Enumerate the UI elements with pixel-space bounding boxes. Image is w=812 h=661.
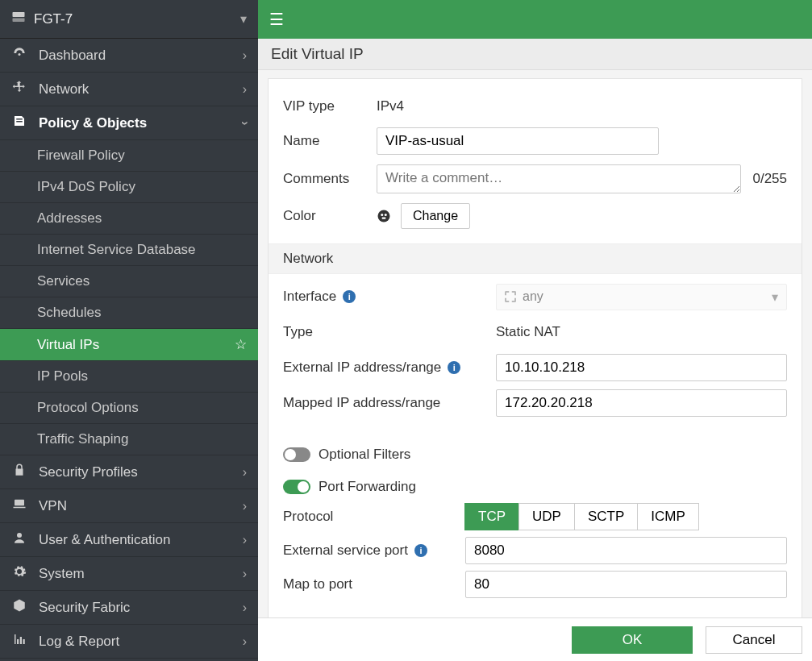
svg-point-2: [19, 53, 21, 56]
protocol-label: Protocol: [283, 509, 465, 525]
nav-schedules[interactable]: Schedules: [0, 297, 258, 329]
change-color-button[interactable]: Change: [401, 203, 470, 229]
map-port-label: Map to port: [283, 576, 465, 592]
optional-filters-section: Optional Filters: [269, 439, 802, 471]
vip-type-value: IPv4: [377, 98, 404, 114]
chevron-right-icon: ›: [243, 567, 247, 581]
content: VIP type IPv4 Name Comments 0/255 Color …: [258, 70, 812, 617]
gear-icon: [11, 564, 27, 583]
external-ip-input[interactable]: [496, 354, 787, 381]
comments-counter: 0/255: [752, 171, 787, 187]
nav-ipv4-dos-policy[interactable]: IPv4 DoS Policy: [0, 172, 258, 203]
user-icon: [11, 530, 27, 549]
chart-icon: [11, 632, 27, 651]
optional-filters-toggle[interactable]: [283, 447, 310, 462]
chevron-right-icon: ›: [243, 465, 247, 480]
svg-point-9: [381, 214, 383, 216]
protocol-group: TCP UDP SCTP ICMP: [465, 503, 699, 530]
nav-log-report[interactable]: Log & Report ›: [0, 625, 258, 659]
external-port-label: External service porti: [283, 543, 465, 559]
nav-system[interactable]: System ›: [0, 557, 258, 591]
nav-protocol-options[interactable]: Protocol Options: [0, 393, 258, 424]
comments-label: Comments: [283, 171, 377, 187]
svg-rect-5: [15, 500, 24, 506]
port-forwarding-section: Port Forwarding: [269, 471, 802, 503]
protocol-sctp[interactable]: SCTP: [574, 503, 638, 530]
device-icon: [11, 10, 26, 28]
protocol-icmp[interactable]: ICMP: [637, 503, 699, 530]
move-icon: [11, 80, 27, 98]
hamburger-icon[interactable]: ☰: [269, 10, 284, 29]
external-ip-label: External IP address/rangei: [283, 360, 496, 376]
type-label: Type: [283, 324, 496, 340]
footer: OK Cancel: [258, 617, 812, 661]
nav-security-profiles[interactable]: Security Profiles ›: [0, 455, 258, 489]
device-selector[interactable]: FGT-7 ▾: [0, 0, 258, 39]
nav-traffic-shaping[interactable]: Traffic Shaping: [0, 424, 258, 455]
info-icon[interactable]: i: [414, 544, 427, 557]
form-panel: VIP type IPv4 Name Comments 0/255 Color …: [268, 78, 802, 617]
nav-dashboard[interactable]: Dashboard ›: [0, 39, 258, 73]
chevron-right-icon: ›: [243, 533, 247, 547]
chevron-right-icon: ›: [243, 48, 247, 63]
nav-user-auth[interactable]: User & Authentication ›: [0, 523, 258, 557]
lock-icon: [11, 463, 27, 481]
network-section-title: Network: [269, 243, 802, 274]
protocol-udp[interactable]: UDP: [518, 503, 575, 530]
info-icon[interactable]: i: [448, 361, 460, 374]
nav-security-fabric[interactable]: Security Fabric ›: [0, 591, 258, 625]
star-icon[interactable]: ☆: [235, 336, 247, 353]
name-label: Name: [283, 133, 377, 149]
nav-isdb[interactable]: Internet Service Database: [0, 235, 258, 266]
topbar: ☰: [258, 0, 812, 39]
nav-ip-pools[interactable]: IP Pools: [0, 361, 258, 393]
nav-services[interactable]: Services: [0, 266, 258, 297]
ok-button[interactable]: OK: [572, 626, 693, 654]
protocol-tcp[interactable]: TCP: [464, 503, 519, 530]
nav-network[interactable]: Network ›: [0, 73, 258, 106]
sidebar: FGT-7 ▾ Dashboard › Network › Policy & O…: [0, 0, 258, 661]
chevron-right-icon: ›: [243, 499, 247, 513]
chevron-down-icon: ›: [237, 121, 252, 125]
color-label: Color: [283, 208, 377, 224]
info-icon[interactable]: i: [343, 290, 356, 303]
name-input[interactable]: [377, 127, 659, 155]
cancel-button[interactable]: Cancel: [706, 626, 802, 654]
mapped-ip-input[interactable]: [496, 389, 787, 417]
nav-addresses[interactable]: Addresses: [0, 203, 258, 235]
nav-virtual-ips[interactable]: Virtual IPs☆: [0, 329, 258, 361]
external-port-input[interactable]: [465, 537, 787, 564]
caret-down-icon: ▾: [240, 11, 247, 27]
fabric-icon: [11, 598, 27, 617]
map-port-input[interactable]: [465, 571, 787, 598]
page-title: Edit Virtual IP: [258, 39, 812, 70]
svg-rect-6: [14, 507, 26, 509]
gauge-icon: [11, 46, 27, 64]
svg-rect-11: [382, 218, 386, 219]
main: ☰ Edit Virtual IP VIP type IPv4 Name Com…: [258, 0, 812, 661]
mapped-ip-label: Mapped IP address/range: [283, 395, 496, 411]
chevron-right-icon: ›: [243, 601, 247, 615]
svg-point-10: [385, 214, 387, 216]
svg-point-7: [17, 533, 22, 538]
interface-label: Interfacei: [283, 289, 496, 305]
svg-rect-1: [13, 19, 25, 23]
port-forwarding-toggle[interactable]: [283, 480, 310, 494]
svg-rect-4: [16, 121, 23, 123]
chevron-right-icon: ›: [243, 82, 247, 97]
nav-policy-objects[interactable]: Policy & Objects ›: [0, 106, 258, 140]
chevron-right-icon: ›: [243, 634, 247, 649]
device-name: FGT-7: [34, 11, 73, 27]
any-icon: [505, 291, 516, 302]
policy-icon: [11, 114, 27, 132]
interface-select[interactable]: any ▾: [496, 284, 787, 310]
comments-input[interactable]: [377, 164, 741, 193]
nav-vpn[interactable]: VPN ›: [0, 489, 258, 523]
type-value: Static NAT: [496, 324, 560, 340]
nav-firewall-policy[interactable]: Firewall Policy: [0, 140, 258, 172]
laptop-icon: [11, 497, 27, 515]
svg-point-8: [378, 210, 390, 222]
svg-rect-0: [13, 12, 25, 17]
caret-down-icon: ▾: [772, 289, 778, 305]
color-swatch-icon: [377, 209, 391, 223]
